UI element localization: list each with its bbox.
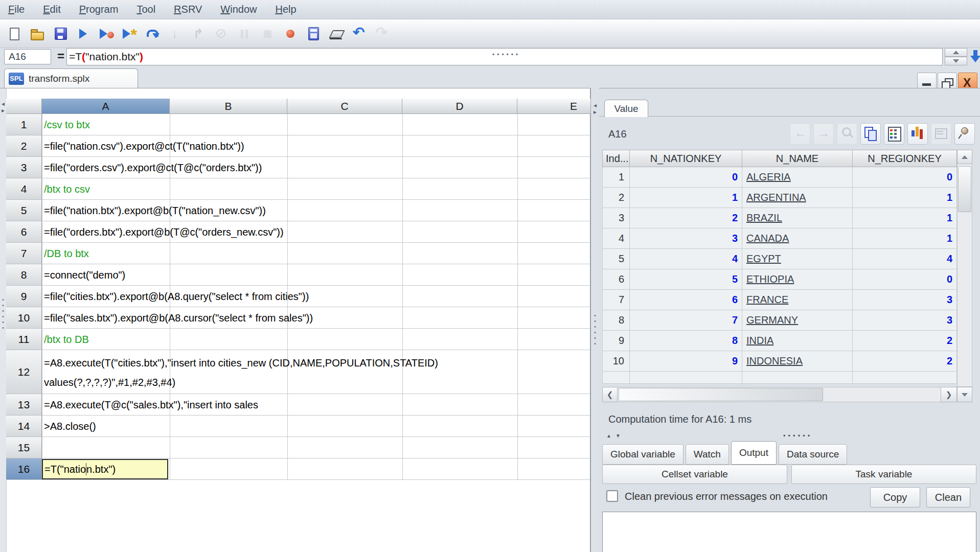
menu-item-edit[interactable]: Edit	[43, 4, 60, 15]
debug-run-button[interactable]	[98, 26, 115, 42]
center-splitter[interactable]: ◂▸ ••••••	[591, 88, 599, 552]
grid-cell-code[interactable]: /btx to csv	[44, 178, 90, 200]
vscroll-down-button[interactable]	[957, 387, 972, 402]
grid-cell-code[interactable]: /csv to btx	[44, 114, 90, 135]
menu-item-rsrv[interactable]: RSRV	[174, 4, 202, 15]
value-table-cell[interactable]: 9	[602, 331, 630, 351]
grid-cell-code[interactable]: /btx to DB	[44, 329, 89, 350]
output-console[interactable]	[602, 512, 976, 552]
value-table-header-ind[interactable]: Ind...	[602, 150, 630, 167]
splitter-collapse-icons[interactable]: ▲▼	[606, 433, 625, 439]
value-table-header-nregionkey[interactable]: N_REGIONKEY	[853, 150, 957, 167]
column-header-c[interactable]: C	[287, 99, 402, 114]
hscroll-thumb[interactable]	[619, 388, 823, 401]
tab-global-variable[interactable]: Global variable	[602, 444, 683, 465]
tab-cellset-variable[interactable]: Cellset variable	[602, 465, 787, 484]
row-header-1[interactable]: 1	[6, 114, 42, 135]
menu-item-tool[interactable]: Tool	[136, 4, 155, 15]
bottom-splitter[interactable]: ▲▼ ••••••	[599, 432, 980, 441]
column-header-d[interactable]: D	[402, 99, 517, 114]
grid-corner-cell[interactable]	[6, 99, 42, 114]
value-table-cell[interactable]: EGYPT	[742, 249, 853, 269]
value-table-cell[interactable]: 9	[630, 351, 742, 372]
chart-button[interactable]	[907, 123, 928, 145]
value-table-cell[interactable]: 0	[853, 269, 957, 290]
row-header-15[interactable]: 15	[6, 437, 42, 458]
value-table-cell[interactable]: 2	[602, 188, 630, 208]
grid-cell-code[interactable]: =file("orders.btx").export@b(T@c("orders…	[44, 221, 284, 243]
center-splitter-grip[interactable]: ••••••	[593, 313, 597, 347]
value-table-cell[interactable]: 1	[853, 188, 957, 208]
value-table-cell[interactable]: CANADA	[742, 228, 853, 249]
left-splitter-grip[interactable]: ••••••	[1, 297, 5, 331]
row-header-16[interactable]: 16	[6, 458, 42, 480]
tab-data-source[interactable]: Data source	[779, 444, 847, 465]
value-table-header-nname[interactable]: N_NAME	[742, 150, 853, 167]
save-button[interactable]	[52, 26, 69, 42]
hscroll-left-button[interactable]: ❮	[602, 387, 618, 402]
value-table-cell[interactable]: GERMANY	[742, 310, 853, 331]
value-table-cell[interactable]: 3	[853, 310, 957, 331]
clean-errors-checkbox[interactable]	[606, 490, 618, 502]
undo-button[interactable]	[351, 26, 368, 42]
value-table-cell[interactable]: 5	[602, 249, 630, 269]
run-button[interactable]	[75, 26, 92, 42]
row-header-10[interactable]: 10	[6, 307, 42, 329]
row-header-14[interactable]: 14	[6, 416, 42, 437]
row-header-5[interactable]: 5	[6, 200, 42, 221]
value-table-cell[interactable]: 0	[630, 167, 742, 188]
value-table-cell[interactable]: 5	[630, 269, 742, 290]
grid-cell-code[interactable]: >A8.close()	[44, 416, 96, 437]
menu-item-help[interactable]: Help	[275, 4, 296, 15]
value-table-cell[interactable]: 1	[853, 228, 957, 249]
value-table-cell[interactable]: 3	[602, 208, 630, 228]
expand-formula-button[interactable]	[970, 49, 980, 64]
value-table-cell[interactable]: INDIA	[742, 331, 853, 351]
value-table-cell[interactable]: 4	[853, 249, 957, 269]
pin-button[interactable]	[954, 123, 975, 145]
column-header-e[interactable]: E	[517, 99, 591, 114]
grid-cell-code[interactable]: =file("orders.csv").export@ct(T@c("order…	[44, 157, 262, 178]
value-table-cell[interactable]: FRANCE	[742, 290, 853, 310]
execute-new-button[interactable]	[121, 26, 138, 42]
value-table-cell[interactable]: 8	[602, 310, 630, 331]
column-header-b[interactable]: B	[170, 99, 287, 114]
bottom-splitter-grip[interactable]: ••••••	[783, 432, 812, 440]
grid-cell-code[interactable]: =A8.execute(T@c("sales.btx"),"insert int…	[44, 394, 258, 416]
value-table-cell[interactable]: 3	[853, 290, 957, 310]
row-header-2[interactable]: 2	[6, 135, 42, 157]
new-file-button[interactable]	[6, 26, 22, 42]
tab-watch[interactable]: Watch	[686, 444, 729, 465]
column-header-a[interactable]: A	[42, 99, 170, 114]
row-header-9[interactable]: 9	[6, 286, 42, 307]
value-table-cell[interactable]: 8	[630, 331, 742, 351]
value-table-cell[interactable]: 7	[602, 290, 630, 310]
spinner-up-button[interactable]	[945, 48, 967, 57]
row-header-3[interactable]: 3	[6, 157, 42, 178]
copy-data-button[interactable]	[860, 123, 881, 145]
hscroll-right-button[interactable]: ❯	[941, 387, 957, 402]
form-view-button[interactable]	[884, 123, 904, 145]
menu-item-file[interactable]: File	[8, 4, 25, 15]
value-table-cell[interactable]: 6	[602, 269, 630, 290]
value-table-cell[interactable]: 4	[602, 228, 630, 249]
selected-cell-a16[interactable]: =T("nation.btx")	[42, 459, 168, 479]
row-header-12[interactable]: 12	[6, 350, 42, 394]
vscroll-up-button[interactable]	[957, 150, 972, 164]
value-table-cell[interactable]: 1	[853, 208, 957, 228]
menu-item-window[interactable]: Window	[220, 4, 257, 15]
row-header-6[interactable]: 6	[6, 221, 42, 243]
grid-cell-code[interactable]: =file("cities.btx").export@b(A8.query("s…	[44, 286, 309, 307]
value-table-cell[interactable]: 1	[602, 167, 630, 188]
clean-button[interactable]: Clean	[926, 487, 970, 508]
open-file-button[interactable]	[29, 26, 45, 42]
value-table-cell[interactable]: INDONESIA	[742, 351, 853, 372]
grid-cell-code[interactable]: /DB to btx	[44, 243, 89, 264]
value-table-header-nnationkey[interactable]: N_NATIONKEY	[630, 150, 742, 167]
row-header-13[interactable]: 13	[6, 394, 42, 416]
value-table-cell[interactable]: ARGENTINA	[742, 188, 853, 208]
tab-transform-splx[interactable]: SPL transform.splx	[4, 68, 138, 88]
tab-value[interactable]: Value	[604, 100, 648, 117]
collapse-left-icon[interactable]: ◂▸	[1, 101, 6, 114]
clear-button[interactable]	[328, 26, 345, 42]
